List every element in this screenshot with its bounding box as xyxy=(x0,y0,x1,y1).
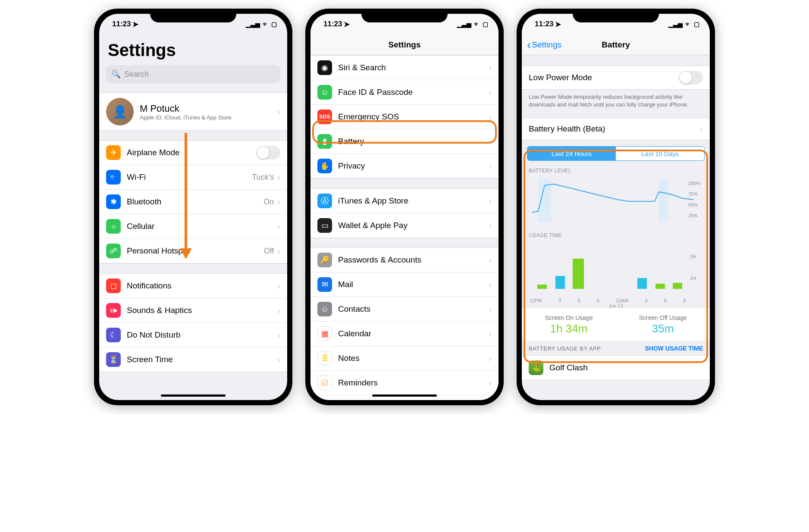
chevron-right-icon: › xyxy=(277,172,280,182)
hand-icon: ✋ xyxy=(317,159,332,173)
time-range-segmented[interactable]: Last 24 Hours Last 10 Days xyxy=(527,146,705,161)
contacts-row[interactable]: ☺Contacts› xyxy=(310,297,499,322)
app-usage-row[interactable]: ⛳ Golf Clash xyxy=(522,356,710,380)
svg-rect-13 xyxy=(537,285,547,289)
home-indicator[interactable] xyxy=(161,394,226,397)
svg-rect-16 xyxy=(637,278,647,289)
low-power-mode-row[interactable]: Low Power Mode xyxy=(522,66,710,89)
battery-health-row[interactable]: Battery Health (Beta) › xyxy=(522,118,710,140)
sos-row[interactable]: SOS Emergency SOS › xyxy=(310,105,499,129)
show-usage-time-button[interactable]: SHOW USAGE TIME xyxy=(645,345,703,352)
screen-off-value: 35m xyxy=(639,322,687,335)
settings-scrolled-screen: 11:23➤ ▁▃▅ ᯤ ▢ Settings ◉ Siri & Search … xyxy=(310,14,499,400)
status-bar: 11:23➤ ▁▃▅ ᯤ ▢ xyxy=(99,14,287,34)
wallet-row[interactable]: ▭ Wallet & Apple Pay › xyxy=(310,213,499,238)
wifi-row-icon: ᯤ xyxy=(106,170,121,185)
faceid-row[interactable]: ☺ Face ID & Passcode › xyxy=(310,80,499,105)
siri-row[interactable]: ◉ Siri & Search › xyxy=(310,56,499,80)
screen-on-value: 1h 34m xyxy=(545,322,593,335)
sounds-row[interactable]: 🕪 Sounds & Haptics › xyxy=(99,298,287,323)
nav-bar: Settings xyxy=(310,34,499,55)
sos-icon: SOS xyxy=(317,110,332,124)
search-placeholder: Search xyxy=(124,70,149,79)
tab-last-10d[interactable]: Last 10 Days xyxy=(616,147,704,160)
chevron-right-icon: › xyxy=(277,281,280,291)
notes-icon: ≣ xyxy=(317,351,332,366)
phone-mockup-2: 11:23➤ ▁▃▅ ᯤ ▢ Settings ◉ Siri & Search … xyxy=(305,9,504,405)
battery-level-heading: BATTERY LEVEL xyxy=(522,163,710,175)
phone-mockup-3: 11:23➤ ▁▃▅ ᯤ ▢ ‹ Settings Battery Low Po… xyxy=(517,9,715,405)
svg-text:100%: 100% xyxy=(688,181,700,186)
account-name: M Potuck xyxy=(140,103,277,114)
appstore-icon: Ⓐ xyxy=(317,194,332,208)
wifi-row[interactable]: ᯤ Wi-Fi Tuck's › xyxy=(99,165,287,190)
svg-rect-17 xyxy=(655,284,665,289)
svg-rect-18 xyxy=(673,283,682,289)
tab-last-24h[interactable]: Last 24 Hours xyxy=(527,147,616,160)
home-indicator[interactable] xyxy=(372,394,437,397)
cellular-row[interactable]: ⟐ Cellular › xyxy=(99,214,287,239)
signal-icon: ▁▃▅ xyxy=(246,21,260,28)
svg-text:75%: 75% xyxy=(688,191,698,197)
reminders-row[interactable]: ☑Reminders› xyxy=(310,371,499,395)
nav-title: Battery xyxy=(602,40,630,50)
airplane-toggle[interactable] xyxy=(256,146,280,160)
chart-date-label: Jun 13 xyxy=(529,303,703,308)
back-button[interactable]: ‹ Settings xyxy=(527,40,561,50)
mail-icon: ✉ xyxy=(317,277,332,292)
search-input[interactable]: 🔍 Search xyxy=(106,65,280,83)
x-axis-ticks: 12PM36912AM369 xyxy=(529,297,703,303)
status-bar: 11:23➤ ▁▃▅ ᯤ ▢ xyxy=(310,14,499,34)
contacts-icon: ☺ xyxy=(317,302,332,316)
settings-root-screen: 11:23➤ ▁▃▅ ᯤ ▢ Settings 🔍 Search 👤 M Pot… xyxy=(99,14,287,400)
apple-id-row[interactable]: 👤 M Potuck Apple ID, iCloud, iTunes & Ap… xyxy=(99,93,287,130)
chevron-right-icon: › xyxy=(277,355,280,365)
privacy-row[interactable]: ✋ Privacy › xyxy=(310,154,499,178)
passwords-row[interactable]: 🔑Passwords & Accounts› xyxy=(310,248,499,272)
chevron-right-icon: › xyxy=(277,246,280,256)
annotation-arrow-down xyxy=(185,133,187,258)
cellular-icon: ⟐ xyxy=(106,219,121,234)
mail-row[interactable]: ✉Mail› xyxy=(310,272,499,297)
nav-title: Settings xyxy=(389,40,421,50)
sounds-icon: 🕪 xyxy=(106,303,121,318)
calendar-row[interactable]: ▦Calendar› xyxy=(310,322,499,346)
notes-row[interactable]: ≣Notes› xyxy=(310,346,499,371)
itunes-row[interactable]: Ⓐ iTunes & App Store › xyxy=(310,189,499,213)
svg-rect-14 xyxy=(555,276,565,289)
bluetooth-row[interactable]: ✱ Bluetooth On › xyxy=(99,190,287,214)
svg-rect-15 xyxy=(573,259,584,289)
search-icon: 🔍 xyxy=(111,69,121,79)
notifications-row[interactable]: ◻ Notifications › xyxy=(99,274,287,298)
battery-level-chart: 100% 75% 50% 25% xyxy=(522,175,710,228)
airplane-icon: ✈ xyxy=(106,145,121,160)
low-power-toggle[interactable] xyxy=(679,71,703,84)
hourglass-icon: ⏳ xyxy=(106,352,121,367)
screentime-row[interactable]: ⏳ Screen Time › xyxy=(99,347,287,372)
hotspot-row[interactable]: ☍ Personal Hotspot Off › xyxy=(99,239,287,263)
faceid-icon: ☺ xyxy=(317,85,332,100)
usage-summary: Screen On Usage 1h 34m Screen Off Usage … xyxy=(522,308,710,341)
battery-icon: ▢ xyxy=(271,21,277,28)
airplane-mode-row[interactable]: ✈ Airplane Mode xyxy=(99,141,287,165)
chevron-right-icon: › xyxy=(700,124,703,134)
moon-icon: ☾ xyxy=(106,328,121,342)
svg-text:2H: 2H xyxy=(690,254,696,259)
usage-by-app-heading: BATTERY USAGE BY APP xyxy=(529,345,601,352)
bluetooth-icon: ✱ xyxy=(106,194,121,209)
usage-time-heading: USAGE TIME xyxy=(522,228,710,239)
dnd-row[interactable]: ☾ Do Not Disturb › xyxy=(99,323,287,347)
screen-off-label: Screen Off Usage xyxy=(639,314,687,321)
golf-clash-icon: ⛳ xyxy=(529,360,543,375)
phone-mockup-1: 11:23➤ ▁▃▅ ᯤ ▢ Settings 🔍 Search 👤 M Pot… xyxy=(94,9,292,405)
battery-row[interactable]: ▮ Battery › xyxy=(310,129,499,154)
reminders-icon: ☑ xyxy=(317,376,332,390)
nav-bar: ‹ Settings Battery xyxy=(522,34,710,55)
svg-text:25%: 25% xyxy=(688,213,698,218)
battery-level-svg: 100% 75% 50% 25% xyxy=(529,175,703,226)
low-power-description: Low Power Mode temporarily reduces backg… xyxy=(522,90,710,108)
svg-text:50%: 50% xyxy=(688,202,698,207)
calendar-icon: ▦ xyxy=(317,326,332,341)
chevron-right-icon: › xyxy=(277,306,280,316)
siri-icon: ◉ xyxy=(317,60,332,75)
